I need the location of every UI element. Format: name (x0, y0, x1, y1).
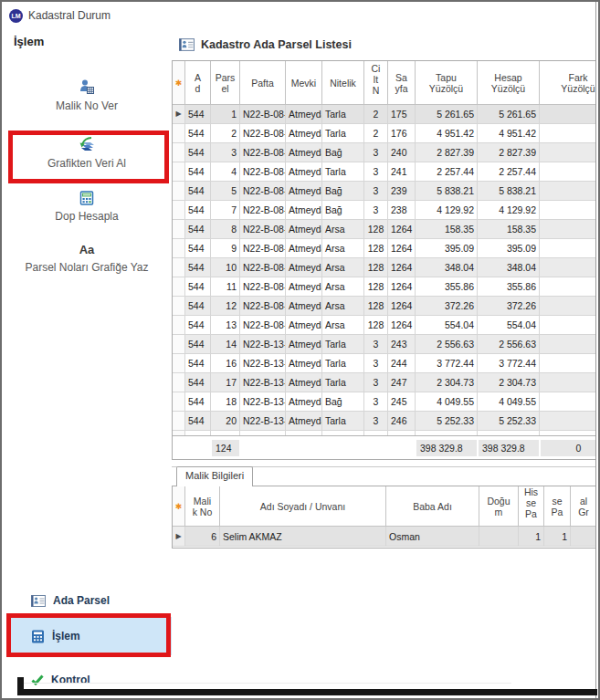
col-header-grubu[interactable]: al Gr (571, 486, 596, 527)
sidebar-item-label: Malik No Ver (56, 99, 118, 112)
cell-tapu: 2 257.44 (416, 162, 478, 182)
table-row[interactable]: 54413N22-B-08-AtmeydaArsa1281264554.0455… (173, 316, 596, 335)
cell-cilt: 2 (364, 105, 388, 124)
col-header-parsel[interactable]: Pars el (211, 61, 240, 105)
col-header-dogum[interactable]: Doğu m (479, 486, 519, 527)
cell-cilt: 128 (364, 277, 388, 297)
sidebar-item-ada-parsel[interactable]: Ada Parsel (9, 590, 172, 611)
table-row[interactable]: 54410N22-B-08-AtmeydaArsa1281264348.0434… (173, 258, 596, 277)
cell-tapu: 2 556.63 (416, 335, 478, 354)
table-row[interactable]: 5449N22-B-08-AtmeydaArsa1281264395.09395… (173, 239, 596, 258)
table-row-partial[interactable]: 54421N22-B-13-AtmeydaTarla32485 700.005 … (173, 431, 595, 435)
table-row[interactable]: 54420N22-B-13-AtmeydaTarla32465 252.335 … (173, 412, 596, 431)
col-header-fark[interactable]: Fark Yüzölçü (540, 61, 596, 105)
cell-sayfa: 247 (388, 373, 416, 392)
footer-hesap: 398 329.8 (478, 436, 540, 459)
cell-hesap: 2 556.63 (478, 335, 540, 354)
table-row[interactable]: 54416N22-B-13-AtmeydaTarla32443 772.443 … (173, 354, 596, 373)
cell-fark (540, 297, 596, 316)
sidebar-item-malik-no-ver[interactable]: Malik No Ver (5, 78, 168, 112)
table-row[interactable]: 5448N22-B-08-AtmeydaArsa1281264158.35158… (173, 220, 596, 239)
sidebar-item-kontrol[interactable]: Kontrol (9, 669, 172, 691)
cell-fark (540, 335, 596, 354)
cell-mevki: Atmeyda (286, 431, 322, 435)
col-header-pafta[interactable]: Pafta (240, 61, 286, 105)
cell-mevki: Atmeyda (286, 354, 322, 373)
sidebar-item-dop-hesapla[interactable]: Dop Hesapla (5, 189, 168, 223)
cell-ad: 544 (185, 412, 211, 431)
cell-dogum (479, 527, 519, 547)
cell-pafta: N22-B-13- (240, 392, 286, 412)
footer-pafta (240, 436, 286, 459)
table-row[interactable]: ▶5441N22-B-08-AtmeydaTarla21755 261.655 … (173, 105, 596, 124)
cell-parsel: 7 (211, 201, 240, 220)
table-row[interactable]: 5443N22-B-08-AtmeydaBağ32402 827.392 827… (173, 143, 596, 162)
app-window: LM Kadastral Durum İşlem Malik No Ver (0, 0, 600, 700)
table-row[interactable]: ▶6Selim AKMAZOsman11 (173, 527, 596, 547)
cell-tapu: 554.04 (416, 316, 478, 335)
row-indicator (173, 412, 185, 431)
table-row[interactable]: 54417N22-B-13-AtmeydaTarla32472 304.732 … (173, 373, 596, 392)
cell-ad_soyad: Selim AKMAZ (220, 527, 386, 547)
cell-tapu: 4 951.42 (416, 124, 478, 143)
cell-sayfa: 1264 (388, 220, 416, 239)
horizontal-scrollbar-thumb[interactable] (17, 689, 597, 695)
cell-nitelik: Tarla (322, 105, 364, 124)
footer-tapu: 398 329.8 (416, 436, 478, 459)
col-header-hesap[interactable]: Hesap Yüzölçü (478, 61, 540, 105)
cell-mevki: Atmeyda (286, 239, 322, 258)
cell-nitelik: Arsa (322, 220, 364, 239)
cell-fark (540, 373, 596, 392)
cell-fark (540, 258, 596, 277)
cell-pafta: N22-B-13- (240, 335, 286, 354)
tab-malik-bilgileri[interactable]: Malik Bilgileri (176, 466, 253, 486)
cell-nitelik: Tarla (322, 124, 364, 143)
row-indicator (173, 220, 185, 239)
cell-pafta: N22-B-13- (240, 354, 286, 373)
cell-nitelik: Tarla (322, 412, 364, 431)
col-header-ad_soyad[interactable]: Adı Soyadı / Unvanı (220, 486, 386, 527)
cell-tapu: 2 304.73 (416, 373, 478, 392)
table-row[interactable]: 5442N22-B-08-AtmeydaTarla21764 951.424 9… (173, 124, 596, 143)
cell-sayfa: 1264 (388, 258, 416, 277)
row-indicator (173, 354, 185, 373)
col-header-nitelik[interactable]: Nitelik (322, 61, 364, 105)
cell-ad: 544 (185, 105, 211, 124)
sidebar-item-label: Parsel Noları Grafiğe Yaz (26, 261, 149, 274)
cell-sayfa: 1264 (388, 277, 416, 297)
cell-hisse_payda: 1 (544, 527, 571, 547)
cell-parsel: 8 (211, 220, 240, 239)
table-row[interactable]: 5444N22-B-08-AtmeydaTarla32412 257.442 2… (173, 162, 596, 182)
cell-cilt: 128 (364, 239, 388, 258)
table-row[interactable]: 5447N22-B-08-AtmeydaBağ32384 129.924 129… (173, 201, 596, 220)
cell-cilt: 3 (364, 392, 388, 412)
row-indicator (173, 277, 185, 297)
cell-tapu: 3 772.44 (416, 354, 478, 373)
table-row[interactable]: 54411N22-B-08-AtmeydaArsa1281264355.8635… (173, 277, 596, 297)
table-row[interactable]: 54414N22-B-13-AtmeydaTarla32432 556.632 … (173, 335, 596, 354)
cell-parsel: 20 (211, 412, 240, 431)
table-row[interactable]: 54412N22-B-08-AtmeydaArsa1281264372.2637… (173, 297, 596, 316)
window-title: Kadastral Durum (28, 9, 111, 22)
col-header-sayfa[interactable]: Sa yfa (388, 61, 416, 105)
col-header-hisse_payda[interactable]: se Pa (544, 486, 571, 527)
cell-pafta: N22-B-08- (240, 143, 286, 162)
col-header-tapu[interactable]: Tapu Yüzölçü (416, 61, 478, 105)
cell-mevki: Atmeyda (286, 162, 322, 182)
table-row[interactable]: 5445N22-B-08-AtmeydaBağ32395 838.215 838… (173, 182, 596, 201)
sidebar-item-parsel-nolari[interactable]: Aa Parsel Noları Grafiğe Yaz (5, 240, 168, 274)
col-header-malik_no[interactable]: Mali k No (185, 486, 220, 527)
cell-nitelik: Tarla (322, 335, 364, 354)
table-row[interactable]: 54418N22-B-13-AtmeydaBağ32454 049.554 04… (173, 392, 596, 412)
col-header-baba_adi[interactable]: Baba Adı (386, 486, 479, 527)
cell-sayfa: 241 (388, 162, 416, 182)
col-header-hisse_pay[interactable]: His se Pa (519, 486, 544, 527)
col-header-ad[interactable]: A d (185, 61, 211, 105)
cell-mevki: Atmeyda (286, 392, 322, 412)
cell-cilt: 2 (364, 124, 388, 143)
col-header-cilt[interactable]: Ci lt N (364, 61, 388, 105)
cell-nitelik: Bağ (322, 143, 364, 162)
cell-sayfa: 244 (388, 354, 416, 373)
cell-tapu: 5 261.65 (416, 105, 478, 124)
col-header-mevki[interactable]: Mevki (286, 61, 322, 105)
